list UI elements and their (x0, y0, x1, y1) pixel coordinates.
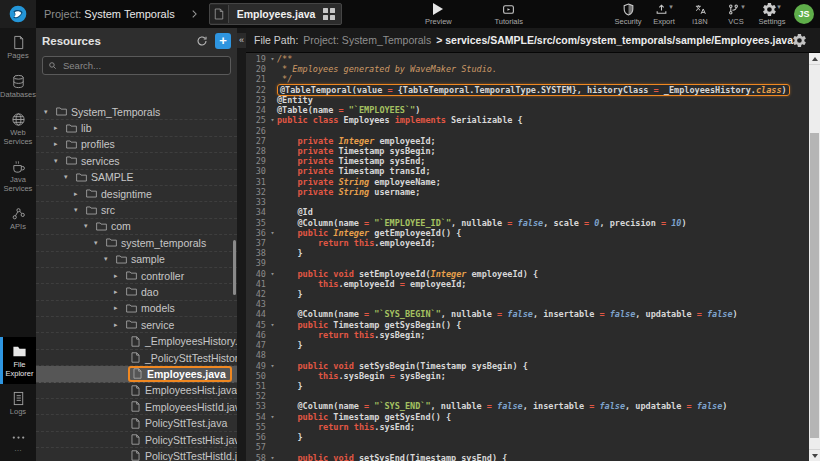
tree-item-designtime[interactable]: ▸designtime (36, 186, 237, 202)
expand-arrow-icon[interactable]: ▸ (114, 272, 124, 280)
tree-item-policystttest-java[interactable]: PolicySttTest.java (36, 415, 237, 431)
code-line-20[interactable]: 20 * Employees generated by WaveMaker St… (246, 64, 809, 74)
rail-item-java-services[interactable]: Java Services (0, 152, 36, 199)
collapse-panel-icon[interactable]: « (237, 33, 246, 48)
code-line-29[interactable]: 29 private Timestamp sysEnd; (246, 156, 809, 166)
code-line-49[interactable]: 49▾ public void setSysBegin(Timestamp sy… (246, 361, 809, 371)
code-line-19[interactable]: 19▾/** (246, 54, 809, 64)
export-button[interactable]: ▾ Export (650, 3, 678, 26)
code-line-39[interactable]: 39 (246, 258, 809, 268)
tree-item-system-temporals[interactable]: ▾system_temporals (36, 235, 237, 251)
grid-icon[interactable] (323, 8, 335, 20)
rail-item-logs[interactable]: Logs (0, 384, 36, 423)
settings-button[interactable]: ▾ Settings (758, 3, 786, 26)
fold-arrow-icon[interactable]: ▾ (268, 361, 277, 371)
rail-item-pages[interactable]: Pages (0, 28, 36, 67)
expand-arrow-icon[interactable]: ▸ (74, 190, 84, 198)
code-line-30[interactable]: 30 private Timestamp transId; (246, 166, 809, 176)
tree-item-services[interactable]: ▾services (36, 153, 237, 169)
collapse-arrow-icon[interactable]: ▾ (64, 173, 74, 181)
tree-item-profiles[interactable]: ▸profiles (36, 137, 237, 153)
code-line-44[interactable]: 44 @Column(name = "`SYS_BEGIN`", nullabl… (246, 309, 809, 319)
code-line-45[interactable]: 45▾ public Timestamp getSysBegin() { (246, 320, 809, 330)
add-resource-button[interactable]: + (215, 33, 231, 49)
expand-arrow-icon[interactable]: ▸ (54, 140, 64, 148)
code-editor[interactable]: 19▾/**20 * Employees generated by WaveMa… (246, 53, 820, 461)
tree-item-system-temporals[interactable]: ▾System_Temporals (36, 104, 237, 120)
vcs-button[interactable]: ▾ VCS (722, 3, 750, 26)
tree-item-dao[interactable]: ▸dao (36, 284, 237, 300)
tree-item-employeeshistid-java[interactable]: EmployeesHistId.java (36, 399, 237, 415)
expand-arrow-icon[interactable]: ▸ (114, 288, 124, 296)
code-line-56[interactable]: 56 } (246, 432, 809, 442)
tree-item-employeeshist-java[interactable]: EmployeesHist.java (36, 383, 237, 399)
user-avatar[interactable]: JS (794, 4, 814, 24)
code-line-40[interactable]: 40▾ public void setEmployeeId(Integer em… (246, 269, 809, 279)
code-line-34[interactable]: 34 @Id (246, 207, 809, 217)
expand-arrow-icon[interactable]: ▸ (114, 321, 124, 329)
panel-splitter[interactable]: « (237, 28, 246, 461)
collapse-arrow-icon[interactable]: ▾ (104, 255, 114, 263)
tree-item-employeeshistory-java[interactable]: _EmployeesHistory.java (36, 333, 237, 349)
collapse-arrow-icon[interactable]: ▾ (44, 108, 54, 116)
code-line-58[interactable]: 58▾ public void setSysEnd(Timestamp sysE… (246, 453, 809, 461)
fold-arrow-icon[interactable]: ▾ (268, 54, 277, 64)
collapse-arrow-icon[interactable]: ▾ (84, 222, 94, 230)
code-line-37[interactable]: 37 return this.employeeId; (246, 238, 809, 248)
code-line-31[interactable]: 31 private String employeeName; (246, 177, 809, 187)
code-line-42[interactable]: 42 } (246, 289, 809, 299)
code-line-22[interactable]: 22@TableTemporal(value = {TableTemporal.… (246, 85, 809, 95)
code-line-46[interactable]: 46 return this.sysBegin; (246, 330, 809, 340)
code-line-28[interactable]: 28 private Timestamp sysBegin; (246, 146, 809, 156)
tree-item-models[interactable]: ▸models (36, 301, 237, 317)
editor-scrollbar[interactable] (809, 53, 820, 461)
tree-item-sample[interactable]: ▾SAMPLE (36, 170, 237, 186)
tree-item-lib[interactable]: ▸lib (36, 120, 237, 136)
collapse-arrow-icon[interactable]: ▾ (74, 206, 84, 214)
code-line-52[interactable]: 52 (246, 391, 809, 401)
rail-item-apis[interactable]: APIs (0, 199, 36, 238)
code-line-24[interactable]: 24@Table(name = "`EMPLOYEES`") (246, 105, 809, 115)
tab-employees-java[interactable]: Employees.java (209, 3, 343, 25)
fold-arrow-icon[interactable]: ▾ (268, 320, 277, 330)
code-line-43[interactable]: 43 (246, 299, 809, 309)
code-line-48[interactable]: 48 (246, 350, 809, 360)
tree-item-policystttesthistid-java[interactable]: PolicySttTestHistId.java (36, 448, 237, 461)
resources-scrollbar-thumb[interactable] (233, 240, 236, 295)
fold-arrow-icon[interactable]: ▾ (268, 115, 277, 125)
fold-arrow-icon[interactable]: ▾ (268, 228, 277, 238)
scroll-down-button[interactable] (809, 449, 820, 461)
wavemaker-logo[interactable] (0, 0, 36, 28)
refresh-icon[interactable] (196, 35, 208, 47)
fold-arrow-icon[interactable]: ▾ (268, 269, 277, 279)
file-settings-button[interactable] (793, 34, 806, 47)
collapse-arrow-icon[interactable]: ▾ (94, 239, 104, 247)
collapse-arrow-icon[interactable]: ▾ (54, 157, 64, 165)
tree-item-policystttesthist-java[interactable]: PolicySttTestHist.java (36, 432, 237, 448)
scroll-up-button[interactable] (809, 53, 820, 65)
rail-item-file-explorer[interactable]: File Explorer (0, 337, 36, 384)
tree-item-policystttesthistory-java[interactable]: _PolicySttTestHistory.java (36, 350, 237, 366)
code-line-26[interactable]: 26 (246, 126, 809, 136)
tree-item-com[interactable]: ▾com (36, 219, 237, 235)
tutorials-button[interactable]: Tutorials (494, 3, 522, 26)
code-line-50[interactable]: 50 this.sysBegin = sysBegin; (246, 371, 809, 381)
code-line-27[interactable]: 27 private Integer employeeId; (246, 136, 809, 146)
fold-arrow-icon[interactable]: ▾ (268, 412, 277, 422)
code-line-32[interactable]: 32 private String username; (246, 187, 809, 197)
security-button[interactable]: Security (614, 3, 642, 26)
code-line-23[interactable]: 23@Entity (246, 95, 809, 105)
fold-arrow-icon[interactable]: ▾ (268, 453, 277, 461)
tree-item-controller[interactable]: ▸controller (36, 268, 237, 284)
scrollbar-thumb[interactable] (810, 133, 819, 438)
rail-item-[interactable]: ··· (0, 423, 36, 461)
code-line-54[interactable]: 54▾ public Timestamp getSysEnd() { (246, 412, 809, 422)
code-line-35[interactable]: 35 @Column(name = "`EMPLOYEE_ID`", nulla… (246, 218, 809, 228)
search-input[interactable] (61, 59, 225, 72)
code-line-38[interactable]: 38 } (246, 248, 809, 258)
code-line-41[interactable]: 41 this.employeeId = employeeId; (246, 279, 809, 289)
code-line-25[interactable]: 25▾public class Employees implements Ser… (246, 115, 809, 125)
tree-item-employees-java[interactable]: Employees.java (36, 366, 237, 382)
rail-item-databases[interactable]: Databases (0, 67, 36, 106)
code-line-33[interactable]: 33 (246, 197, 809, 207)
